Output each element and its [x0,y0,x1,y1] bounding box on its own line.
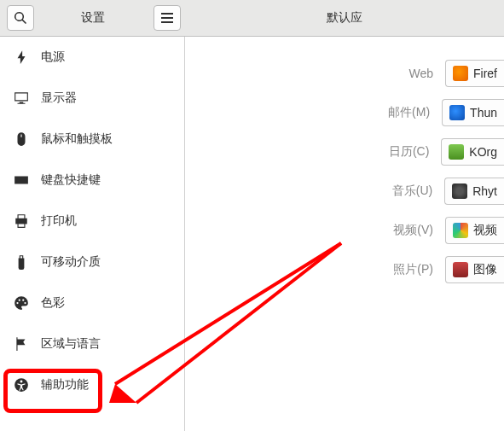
menu-button[interactable] [154,5,181,31]
search-button[interactable] [7,5,34,31]
flag-icon [14,336,29,352]
app-selector-photos[interactable]: 图像 [445,256,504,283]
usb-icon [14,254,29,270]
sidebar-item-label: 可移动介质 [41,254,101,270]
sidebar-item-label: 色彩 [41,295,65,311]
search-icon [14,11,27,25]
sidebar-item-label: 显示器 [41,90,77,106]
app-selector-calendar[interactable]: KOrg [441,138,504,166]
sidebar-item-label: 鼠标和触摸板 [41,131,113,147]
default-app-row-web: Web Firef [185,54,504,93]
row-label: 视频(V) [393,223,433,238]
hamburger-icon [161,13,173,23]
korganizer-icon [449,144,464,160]
sidebar-item-label: 辅助功能 [41,377,89,393]
rhythmbox-icon [452,183,467,199]
sidebar-item-color[interactable]: 色彩 [0,282,184,323]
sidebar-item-mouse[interactable]: 鼠标和触摸板 [0,119,184,160]
app-selector-mail[interactable]: Thun [442,99,504,126]
row-label: Web [408,67,433,80]
default-app-row-mail: 邮件(M) Thun [185,93,504,132]
thunderbird-icon [449,105,465,120]
accessibility-icon [14,377,29,393]
row-label: 日历(C) [389,144,429,160]
keyboard-icon [14,172,29,188]
svg-point-1 [20,381,23,383]
sidebar-item-accessibility[interactable]: 辅助功能 [0,364,184,405]
mouse-icon [14,131,29,147]
firefox-icon [453,66,468,81]
app-name: Thun [470,106,497,119]
main-panel: Web Firef 邮件(M) Thun 日历(C) KOrg 音乐(U) [185,37,504,431]
sidebar-item-label: 区域与语言 [41,336,101,352]
sidebar-item-displays[interactable]: 显示器 [0,78,184,119]
default-app-row-video: 视频(V) 视频 [185,211,504,250]
row-label: 邮件(M) [388,105,430,120]
panel-title: 默认应 [185,10,504,26]
sidebar-item-removable-media[interactable]: 可移动介质 [0,242,184,282]
app-name: Rhyt [472,184,497,198]
app-name: Firef [473,67,497,80]
app-selector-music[interactable]: Rhyt [444,178,504,205]
color-icon [14,295,29,311]
row-label: 照片(P) [393,262,433,277]
sidebar-item-label: 打印机 [41,213,77,229]
app-selector-video[interactable]: 视频 [445,217,504,244]
sidebar-item-region-language[interactable]: 区域与语言 [0,323,184,364]
app-selector-web[interactable]: Firef [445,60,504,87]
app-name: 图像 [473,262,497,277]
default-app-row-music: 音乐(U) Rhyt [185,172,504,211]
app-name: 视频 [473,223,497,238]
row-label: 音乐(U) [392,183,432,199]
sidebar: 电源 显示器 鼠标和触摸板 键盘快捷键 打印机 可移动介质 色彩 区域与语言 [0,37,185,431]
default-app-row-calendar: 日历(C) KOrg [185,132,504,172]
sidebar-item-keyboard[interactable]: 键盘快捷键 [0,160,184,201]
header-bar: 设置 默认应 [0,0,504,37]
app-name: KOrg [469,145,497,159]
video-icon [453,223,468,238]
default-app-row-photos: 照片(P) 图像 [185,250,504,289]
display-icon [14,90,29,106]
image-viewer-icon [453,262,468,277]
sidebar-item-label: 电源 [41,50,65,65]
sidebar-item-power[interactable]: 电源 [0,37,184,78]
sidebar-item-label: 键盘快捷键 [41,172,101,188]
sidebar-item-printers[interactable]: 打印机 [0,201,184,242]
printer-icon [14,213,29,229]
power-icon [14,50,29,65]
